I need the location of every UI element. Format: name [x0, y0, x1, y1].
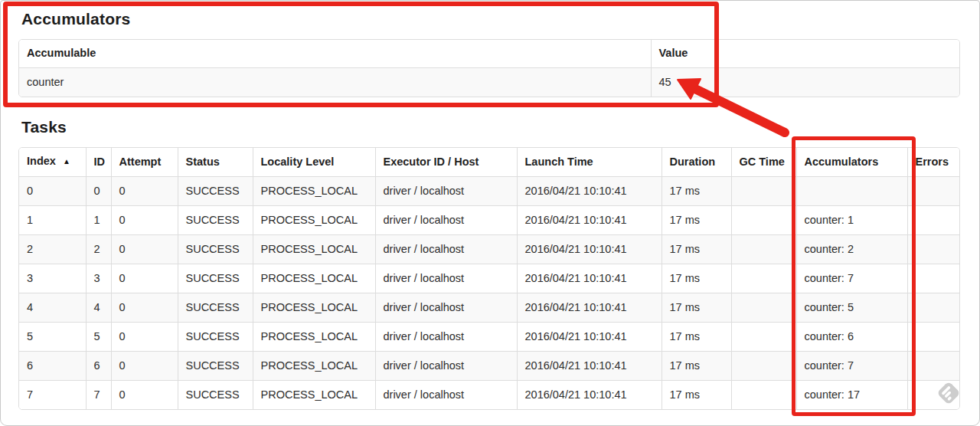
table-cell: 0 [111, 293, 178, 323]
table-cell: counter [19, 68, 651, 97]
table-cell: 1 [86, 206, 111, 235]
col-header-duration[interactable]: Duration [662, 148, 731, 177]
table-cell: SUCCESS [178, 352, 253, 381]
table-cell [907, 352, 959, 381]
table-cell: 2016/04/21 10:10:41 [517, 177, 662, 206]
table-cell: driver / localhost [375, 352, 517, 381]
header-row: Accumulable Value [19, 40, 959, 68]
table-cell: PROCESS_LOCAL [253, 352, 375, 381]
table-cell: 2016/04/21 10:10:41 [517, 323, 662, 352]
table-row: 770SUCCESSPROCESS_LOCALdriver / localhos… [19, 381, 959, 410]
table-cell: 4 [86, 293, 111, 323]
table-cell: SUCCESS [178, 177, 253, 206]
table-cell [796, 177, 907, 206]
table-cell: driver / localhost [375, 293, 517, 323]
table-cell: 17 ms [662, 293, 731, 323]
table-cell: driver / localhost [375, 206, 517, 235]
accumulators-section-title: Accumulators [21, 10, 979, 28]
col-header-errors[interactable]: Errors [907, 148, 959, 177]
table-cell: counter: 6 [796, 323, 907, 352]
table-cell: PROCESS_LOCAL [253, 381, 375, 410]
table-row: 110SUCCESSPROCESS_LOCALdriver / localhos… [19, 206, 959, 235]
table-cell: driver / localhost [375, 381, 517, 410]
table-row: 660SUCCESSPROCESS_LOCALdriver / localhos… [19, 352, 959, 381]
col-header-accumulable: Accumulable [19, 40, 651, 68]
table-cell: counter: 1 [796, 206, 907, 235]
table-cell: counter: 7 [796, 352, 907, 381]
table-cell: counter: 5 [796, 293, 907, 323]
col-header-locality-level[interactable]: Locality Level [253, 148, 375, 177]
table-cell: 5 [86, 323, 111, 352]
col-header-status[interactable]: Status [178, 148, 253, 177]
accumulators-table-header: Accumulable Value [19, 40, 959, 68]
col-header-index[interactable]: Index▲ [19, 148, 86, 177]
table-cell: 17 ms [662, 206, 731, 235]
table-cell: 2016/04/21 10:10:41 [517, 206, 662, 235]
table-cell: 2 [86, 235, 111, 264]
table-cell [907, 264, 959, 293]
table-cell: SUCCESS [178, 264, 253, 293]
table-cell [731, 352, 796, 381]
spark-stage-page: Accumulators Accumulable Value counter45… [0, 0, 980, 426]
accumulators-table-body: counter45 [19, 68, 959, 97]
table-row: 220SUCCESSPROCESS_LOCALdriver / localhos… [19, 235, 959, 264]
table-cell [731, 177, 796, 206]
table-cell: 2016/04/21 10:10:41 [517, 235, 662, 264]
table-cell: 0 [111, 323, 178, 352]
table-cell: counter: 7 [796, 264, 907, 293]
table-cell: 1 [19, 206, 86, 235]
table-cell: 3 [19, 264, 86, 293]
table-cell: 17 ms [662, 352, 731, 381]
table-cell [907, 381, 959, 410]
table-cell: 2016/04/21 10:10:41 [517, 381, 662, 410]
table-cell: 2016/04/21 10:10:41 [517, 352, 662, 381]
table-cell [907, 206, 959, 235]
accumulators-table: Accumulable Value counter45 [18, 39, 960, 97]
table-cell: 0 [111, 352, 178, 381]
table-row: 550SUCCESSPROCESS_LOCALdriver / localhos… [19, 323, 959, 352]
table-cell [907, 293, 959, 323]
table-row: counter45 [19, 68, 959, 97]
table-cell: driver / localhost [375, 235, 517, 264]
col-header-index-label: Index [27, 155, 56, 167]
header-row: Index▲ ID Attempt Status Locality Level … [19, 148, 959, 177]
table-cell: 17 ms [662, 381, 731, 410]
table-cell [731, 293, 796, 323]
col-header-executor-id-host[interactable]: Executor ID / Host [375, 148, 517, 177]
table-row: 440SUCCESSPROCESS_LOCALdriver / localhos… [19, 293, 959, 323]
table-cell: driver / localhost [375, 323, 517, 352]
table-cell: PROCESS_LOCAL [253, 323, 375, 352]
table-cell [907, 177, 959, 206]
table-cell [731, 206, 796, 235]
table-cell: 0 [111, 264, 178, 293]
table-cell: SUCCESS [178, 293, 253, 323]
table-cell: 2016/04/21 10:10:41 [517, 264, 662, 293]
table-cell: SUCCESS [178, 323, 253, 352]
tasks-table-body: 000SUCCESSPROCESS_LOCALdriver / localhos… [19, 177, 959, 410]
table-cell [731, 323, 796, 352]
sort-ascending-icon: ▲ [63, 157, 70, 165]
col-header-attempt[interactable]: Attempt [111, 148, 178, 177]
table-row: 330SUCCESSPROCESS_LOCALdriver / localhos… [19, 264, 959, 293]
table-cell: 0 [111, 381, 178, 410]
table-cell [731, 235, 796, 264]
col-header-accumulators[interactable]: Accumulators [796, 148, 907, 177]
col-header-id[interactable]: ID [86, 148, 111, 177]
table-cell: PROCESS_LOCAL [253, 177, 375, 206]
table-cell: PROCESS_LOCAL [253, 235, 375, 264]
table-cell: 17 ms [662, 323, 731, 352]
col-header-launch-time[interactable]: Launch Time [517, 148, 662, 177]
table-cell: 17 ms [662, 235, 731, 264]
table-cell [907, 235, 959, 264]
table-cell: counter: 2 [796, 235, 907, 264]
table-cell: 0 [86, 177, 111, 206]
tasks-table-header: Index▲ ID Attempt Status Locality Level … [19, 148, 959, 177]
col-header-gc-time[interactable]: GC Time [731, 148, 796, 177]
tasks-section-title: Tasks [21, 118, 979, 136]
table-cell: PROCESS_LOCAL [253, 293, 375, 323]
table-cell [907, 323, 959, 352]
table-cell: SUCCESS [178, 381, 253, 410]
table-cell: driver / localhost [375, 264, 517, 293]
table-cell: 7 [19, 381, 86, 410]
table-cell: 7 [86, 381, 111, 410]
